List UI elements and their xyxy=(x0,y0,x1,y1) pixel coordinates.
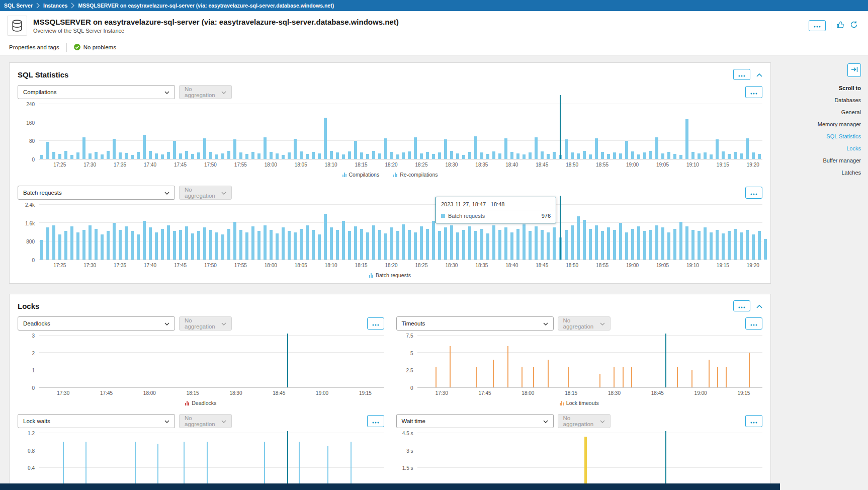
chart-bar[interactable] xyxy=(348,151,351,159)
chart-bar[interactable] xyxy=(480,152,483,159)
legend-item[interactable]: Re-compilations xyxy=(393,172,438,178)
chart-bar[interactable] xyxy=(476,367,477,387)
chart-more-button[interactable] xyxy=(367,415,384,427)
chart-bar[interactable] xyxy=(619,223,622,260)
chart-bar[interactable] xyxy=(734,229,737,260)
legend-item[interactable]: Compilations xyxy=(342,172,380,178)
chart-bar[interactable] xyxy=(507,346,508,387)
chart-bar[interactable] xyxy=(58,234,61,260)
chart-bar[interactable] xyxy=(288,152,291,159)
chart-bar[interactable] xyxy=(673,229,676,260)
chart-bar[interactable] xyxy=(704,227,707,260)
chart-bar[interactable] xyxy=(264,137,267,159)
legend-item[interactable]: Lock timeouts xyxy=(560,400,599,406)
chart-bar[interactable] xyxy=(456,232,459,260)
chart-bar[interactable] xyxy=(583,220,586,260)
chart-bar[interactable] xyxy=(691,152,695,159)
chart-bar[interactable] xyxy=(239,152,242,159)
chart-bar[interactable] xyxy=(679,155,682,159)
chart-bar[interactable] xyxy=(227,151,230,159)
chart-bar[interactable] xyxy=(197,231,200,260)
chart-bar[interactable] xyxy=(601,231,604,260)
chart-bar[interactable] xyxy=(324,118,327,159)
chart-bar[interactable] xyxy=(245,232,248,260)
chart-bar[interactable] xyxy=(402,152,405,159)
chart-bar[interactable] xyxy=(402,224,405,260)
chart-bar[interactable] xyxy=(716,230,719,260)
chart-bar[interactable] xyxy=(522,367,523,387)
chart-bar[interactable] xyxy=(327,446,328,485)
chart-bar[interactable] xyxy=(354,226,357,260)
scrollto-sql-statistics[interactable]: SQL Statistics xyxy=(826,133,861,139)
chart-bar[interactable] xyxy=(384,138,387,159)
chart-bar[interactable] xyxy=(167,225,170,260)
chart-bar[interactable] xyxy=(300,151,303,159)
chart-bar[interactable] xyxy=(655,225,658,260)
chart-bar[interactable] xyxy=(571,225,574,260)
chart-bar[interactable] xyxy=(155,232,158,260)
chart-bar[interactable] xyxy=(649,230,652,260)
chart-bar[interactable] xyxy=(450,346,451,387)
timeouts-metric-select[interactable]: Timeouts xyxy=(396,316,554,331)
chart-bar[interactable] xyxy=(426,229,429,260)
chart-bar[interactable] xyxy=(157,444,158,485)
chart-bar[interactable] xyxy=(143,135,146,159)
chart-bar[interactable] xyxy=(209,152,212,159)
chart-bar[interactable] xyxy=(432,154,435,159)
chart-bar[interactable] xyxy=(351,442,352,485)
chart-bar[interactable] xyxy=(667,152,670,159)
chart-bar[interactable] xyxy=(245,154,248,159)
chart-bar[interactable] xyxy=(82,137,85,159)
chart-bar[interactable] xyxy=(553,227,556,260)
chart-bar[interactable] xyxy=(426,152,429,159)
chart-bar[interactable] xyxy=(149,227,152,260)
chart-bar[interactable] xyxy=(76,152,79,159)
chart-bar[interactable] xyxy=(58,154,61,159)
chart-bar[interactable] xyxy=(384,233,387,260)
chart-bar[interactable] xyxy=(474,231,477,260)
chart-bar[interactable] xyxy=(432,221,435,260)
breadcrumb-item-instance[interactable]: MSSQLSERVER on easytravelazure-sql-serve… xyxy=(78,3,334,9)
chart-bar[interactable] xyxy=(184,442,185,485)
chart-bar[interactable] xyxy=(523,154,526,159)
chart-bar[interactable] xyxy=(649,151,652,159)
legend-item[interactable]: Deadlocks xyxy=(185,400,216,406)
chart-bar[interactable] xyxy=(348,231,351,260)
chart-bar[interactable] xyxy=(462,230,465,260)
chart-bar[interactable] xyxy=(257,231,261,260)
chart-bar[interactable] xyxy=(167,152,170,159)
chart-bar[interactable] xyxy=(119,230,122,260)
chart-bar[interactable] xyxy=(306,225,309,260)
chart-bar[interactable] xyxy=(685,226,688,260)
tab-properties-and-tags[interactable]: Properties and tags xyxy=(9,44,59,50)
batch-requests-chart[interactable]: 08001.6k2.4k17:2517:3017:3517:4017:4517:… xyxy=(18,205,762,269)
chart-more-button[interactable] xyxy=(745,187,762,199)
chart-bar[interactable] xyxy=(360,229,363,260)
chart-bar[interactable] xyxy=(529,231,532,260)
chart-bar[interactable] xyxy=(101,154,104,159)
chart-bar[interactable] xyxy=(510,152,513,159)
chart-bar[interactable] xyxy=(541,230,544,260)
chart-bar[interactable] xyxy=(89,153,92,159)
chart-bar[interactable] xyxy=(679,222,682,260)
chart-bar[interactable] xyxy=(492,151,495,159)
chart-bar[interactable] xyxy=(462,155,465,159)
chart-bar[interactable] xyxy=(752,152,755,159)
scrollto-memory-manager[interactable]: Memory manager xyxy=(818,121,861,127)
chart-bar[interactable] xyxy=(342,221,345,260)
chart-bar[interactable] xyxy=(414,137,417,159)
chart-bar[interactable] xyxy=(584,437,587,485)
chart-bar[interactable] xyxy=(312,230,315,260)
chart-bar[interactable] xyxy=(191,154,194,159)
compilations-chart[interactable]: 08016024017:2517:3017:3517:4017:4517:501… xyxy=(18,104,762,169)
chart-bar[interactable] xyxy=(85,442,86,485)
chart-bar[interactable] xyxy=(40,240,43,260)
chart-bar[interactable] xyxy=(764,239,767,260)
chart-bar[interactable] xyxy=(131,231,134,260)
chart-bar[interactable] xyxy=(270,230,273,260)
chart-bar[interactable] xyxy=(420,153,423,159)
chart-bar[interactable] xyxy=(568,367,569,387)
chart-bar[interactable] xyxy=(716,139,719,159)
chart-bar[interactable] xyxy=(70,226,73,260)
wait-time-metric-select[interactable]: Wait time xyxy=(396,414,554,428)
